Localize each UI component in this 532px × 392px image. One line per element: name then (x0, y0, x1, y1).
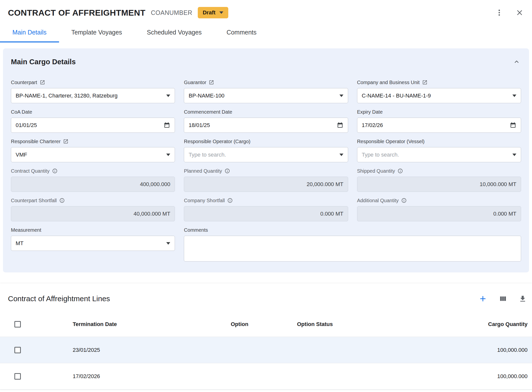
comments-label: Comments (184, 227, 521, 233)
counterpart-label: Counterpart (11, 79, 175, 86)
counterpart-shortfall-value: 40,000.000 MT (11, 206, 175, 221)
additional-quantity-field: Additional Quantity 0.000 MT (357, 197, 521, 221)
responsible-charterer-select[interactable]: VMF (11, 147, 175, 162)
lines-actions (478, 294, 527, 303)
dropdown-caret-icon (166, 154, 170, 156)
dropdown-caret-icon (512, 154, 516, 156)
external-link-icon[interactable] (209, 80, 214, 85)
company-business-unit-select[interactable]: C-NAME-14 - BU-NAME-1-9 (357, 88, 521, 103)
dropdown-caret-icon (512, 95, 516, 97)
col-cargo-quantity: Cargo Quantity (422, 321, 532, 327)
responsible-operator-vessel-input[interactable] (357, 147, 521, 162)
calendar-icon[interactable] (510, 122, 516, 129)
coa-date-label: CoA Date (11, 109, 175, 115)
company-shortfall-label: Company Shortfall (184, 197, 348, 204)
counterpart-select[interactable]: BP-NAME-1, Charterer, 31280, Ratzeburg (11, 88, 175, 103)
responsible-operator-cargo-label: Responsible Operator (Cargo) (184, 138, 348, 145)
add-line-icon[interactable] (478, 294, 487, 303)
commencement-date-input[interactable]: 18/01/25 (184, 118, 348, 133)
select-all-checkbox[interactable] (14, 321, 21, 327)
row-checkbox[interactable] (14, 373, 21, 380)
responsible-charterer-label: Responsible Charterer (11, 138, 175, 145)
measurement-select[interactable]: MT (11, 236, 175, 251)
tab-scheduled-voyages[interactable]: Scheduled Voyages (134, 24, 214, 42)
measurement-label: Measurement (11, 227, 175, 233)
cell-cargo-quantity: 100,000.000 (422, 347, 532, 353)
dropdown-caret-icon (166, 95, 170, 97)
coa-number: COANUMBER (151, 9, 192, 16)
dropdown-caret-icon (339, 154, 343, 156)
additional-quantity-value: 0.000 MT (357, 206, 521, 221)
search-input[interactable] (362, 152, 509, 158)
contract-quantity-value: 400,000.000 (11, 177, 175, 192)
expiry-date-field: Expiry Date 17/02/26 (357, 109, 521, 133)
guarantor-field: Guarantor BP-NAME-100 (184, 79, 348, 103)
planned-quantity-value: 20,000.000 MT (184, 177, 348, 192)
main-cargo-details-section: Main Cargo Details Counterpart BP-NAME-1… (3, 48, 529, 272)
external-link-icon[interactable] (422, 80, 428, 85)
col-option: Option (231, 321, 297, 327)
guarantor-label: Guarantor (184, 79, 348, 86)
coa-date-field: CoA Date 01/01/25 (11, 109, 175, 133)
info-icon[interactable] (227, 198, 233, 203)
planned-quantity-field: Planned Quantity 20,000.000 MT (184, 168, 348, 192)
search-input[interactable] (189, 152, 336, 158)
collapse-chevron-icon[interactable] (512, 57, 521, 66)
status-badge-label: Draft (203, 9, 215, 16)
shipped-quantity-value: 10,000.000 MT (357, 177, 521, 192)
table-row[interactable]: 23/01/2025 100,000.000 (0, 337, 532, 363)
comments-field: Comments (184, 227, 521, 262)
close-icon[interactable] (515, 8, 524, 17)
responsible-operator-cargo-input[interactable] (184, 147, 348, 162)
col-option-status: Option Status (297, 321, 422, 327)
kebab-menu-icon[interactable] (495, 8, 504, 17)
shipped-quantity-field: Shipped Quantity 10,000.000 MT (357, 168, 521, 192)
company-shortfall-field: Company Shortfall 0.000 MT (184, 197, 348, 221)
counterpart-shortfall-label: Counterpart Shortfall (11, 197, 175, 204)
external-link-icon[interactable] (63, 139, 68, 144)
info-icon[interactable] (398, 168, 403, 174)
contract-quantity-field: Contract Quantity 400,000.000 (11, 168, 175, 192)
download-icon[interactable] (518, 294, 527, 303)
cell-termination-date: 17/02/2026 (73, 373, 231, 380)
chevron-down-icon (219, 11, 223, 14)
info-icon[interactable] (225, 168, 230, 174)
calendar-icon[interactable] (164, 122, 170, 129)
tab-comments[interactable]: Comments (214, 24, 269, 42)
table-row[interactable]: 17/02/2026 100,000.000 (0, 363, 532, 390)
coa-lines-section: Contract of Affreightment Lines Terminat… (0, 283, 532, 390)
info-icon[interactable] (59, 198, 65, 203)
tab-template-voyages[interactable]: Template Voyages (59, 24, 134, 42)
responsible-operator-cargo-field: Responsible Operator (Cargo) (184, 138, 348, 162)
status-badge-dropdown[interactable]: Draft (198, 7, 228, 18)
section-title: Main Cargo Details (11, 58, 76, 66)
external-link-icon[interactable] (40, 80, 45, 85)
counterpart-field: Counterpart BP-NAME-1, Charterer, 31280,… (11, 79, 175, 103)
shipped-quantity-label: Shipped Quantity (357, 168, 521, 174)
calendar-icon[interactable] (337, 122, 343, 129)
lines-section-title: Contract of Affreightment Lines (8, 294, 110, 303)
lines-table: Termination Date Option Option Status Ca… (0, 312, 532, 390)
coa-date-input[interactable]: 01/01/25 (11, 118, 175, 133)
expiry-date-input[interactable]: 17/02/26 (357, 118, 521, 133)
counterpart-shortfall-field: Counterpart Shortfall 40,000.000 MT (11, 197, 175, 221)
header-actions (495, 8, 524, 17)
commencement-date-label: Commencement Date (184, 109, 348, 115)
info-icon[interactable] (401, 198, 407, 203)
responsible-charterer-field: Responsible Charterer VMF (11, 138, 175, 162)
commencement-date-field: Commencement Date 18/01/25 (184, 109, 348, 133)
company-business-unit-field: Company and Business Unit C-NAME-14 - BU… (357, 79, 521, 103)
company-business-unit-label: Company and Business Unit (357, 79, 521, 86)
info-icon[interactable] (52, 168, 58, 174)
row-checkbox[interactable] (14, 347, 21, 353)
cell-termination-date: 23/01/2025 (73, 347, 231, 353)
contract-quantity-label: Contract Quantity (11, 168, 175, 174)
tab-bar: Main Details Template Voyages Scheduled … (0, 24, 532, 42)
column-settings-icon[interactable] (498, 294, 507, 303)
table-header-row: Termination Date Option Option Status Ca… (0, 312, 532, 337)
comments-textarea[interactable] (184, 236, 521, 261)
guarantor-select[interactable]: BP-NAME-100 (184, 88, 348, 103)
tab-main-details[interactable]: Main Details (0, 24, 59, 42)
expiry-date-label: Expiry Date (357, 109, 521, 115)
responsible-operator-vessel-field: Responsible Operator (Vessel) (357, 138, 521, 162)
